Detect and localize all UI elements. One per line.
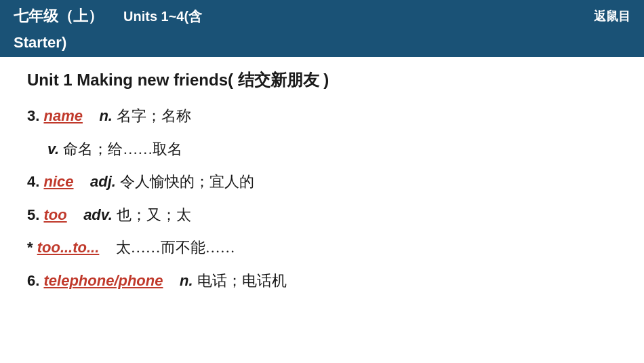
vocab-item-star: * too...to... 太……而不能…… <box>27 237 624 259</box>
vocab-item-3: 3. name n. 名字；名称 <box>27 106 624 127</box>
vocab-number-6: 6. <box>27 272 39 289</box>
header-bar: 七年级（上） Units 1~4(含 返鼠目 <box>0 0 644 33</box>
vocab-item-5: 5. too adv. 也；又；太 <box>27 205 624 226</box>
grade-label: 七年级（上） <box>14 6 103 26</box>
vocab-pos-3v: v. <box>47 140 59 157</box>
vocab-word-5: too <box>43 206 66 223</box>
vocab-meaning-star: 太……而不能…… <box>116 239 235 256</box>
vocab-word-6: telephone/phone <box>43 272 163 289</box>
vocab-word-3: name <box>43 107 82 124</box>
vocab-word-star: too...to... <box>37 239 100 256</box>
header-subtitle-row: Starter) <box>0 33 644 57</box>
vocab-meaning-3: 名字；名称 <box>117 107 191 124</box>
vocab-item-3v: v. 命名；给……取名 <box>27 139 624 159</box>
vocab-meaning-4: 令人愉快的；宜人的 <box>120 173 254 190</box>
units-label: Units 1~4(含 <box>123 7 202 26</box>
vocab-number-5: 5. <box>27 206 43 223</box>
header-left: 七年级（上） Units 1~4(含 <box>14 6 202 26</box>
unit-heading: Unit 1 Making new friends( 结交新朋友 ) <box>27 69 624 91</box>
main-content: Unit 1 Making new friends( 结交新朋友 ) 3. na… <box>0 57 644 311</box>
vocab-word-4: nice <box>43 173 73 190</box>
vocab-meaning-5: 也；又；太 <box>117 206 191 223</box>
vocab-meaning-3v: 命名；给……取名 <box>63 140 182 157</box>
vocab-number-star: * <box>27 239 37 256</box>
vocab-pos-5: adv. <box>83 206 113 223</box>
back-button[interactable]: 返鼠目 <box>594 8 630 24</box>
vocab-item-6: 6. telephone/phone n. 电话；电话机 <box>27 271 624 292</box>
vocab-number-4: 4. <box>27 173 43 190</box>
vocab-pos-4: adj. <box>90 173 116 190</box>
starter-label: Starter) <box>14 34 66 51</box>
vocab-item-4: 4. nice adj. 令人愉快的；宜人的 <box>27 172 624 193</box>
vocab-pos-6: n. <box>180 272 193 289</box>
vocab-number-3: 3. <box>27 107 43 124</box>
vocab-pos-3: n. <box>99 107 113 124</box>
vocab-meaning-6: 电话；电话机 <box>197 272 287 289</box>
